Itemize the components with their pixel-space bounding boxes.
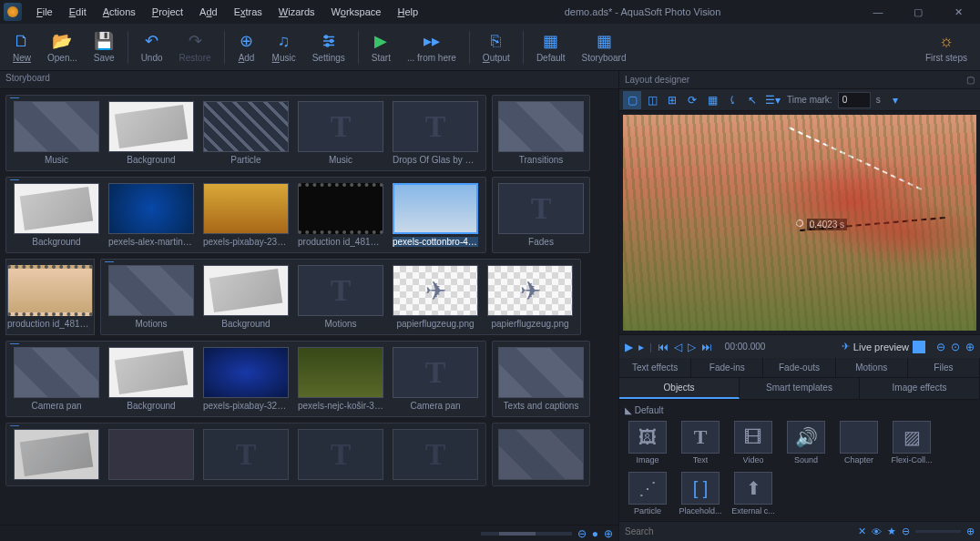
tab-fadeins[interactable]: Fade-ins: [691, 358, 763, 377]
restore-button[interactable]: ↷Restore: [172, 26, 219, 69]
storyboard-group[interactable]: T T T: [5, 423, 486, 486]
storyboard-item[interactable]: T: [391, 429, 480, 480]
storyboard-item[interactable]: Motions: [107, 265, 196, 329]
storyboard-item[interactable]: production id_481187...: [296, 183, 385, 247]
storyboard-item[interactable]: pexels-nejc-košir-338...: [296, 347, 385, 411]
close-button[interactable]: ✕: [940, 1, 976, 23]
storyboard-item[interactable]: ✈papierflugzeug.png: [485, 265, 575, 329]
menu-add[interactable]: Add: [192, 3, 225, 21]
storyboard-item[interactable]: Camera pan: [12, 347, 101, 411]
menu-file[interactable]: File: [29, 3, 60, 21]
tab-fadeouts[interactable]: Fade-outs: [763, 358, 835, 377]
dot-icon[interactable]: ●: [592, 527, 598, 540]
storyboard-item[interactable]: Background: [107, 101, 196, 165]
storyboard-item[interactable]: pexels-cottonbro-497...: [391, 183, 480, 247]
ld-tool-shape[interactable]: ◫: [643, 91, 661, 109]
object-external[interactable]: ⬆External c...: [730, 472, 776, 515]
storyboard-item[interactable]: Background: [107, 347, 196, 411]
zoom-in-icon[interactable]: ⊕: [965, 341, 975, 353]
maximize-button[interactable]: ▢: [900, 1, 936, 23]
object-flexicoll[interactable]: ▨Flexi-Coll...: [889, 421, 934, 464]
storyboard-item[interactable]: Texts and captions: [492, 341, 590, 417]
storyboard-item[interactable]: production id_481186...: [5, 259, 95, 335]
storyboard-group[interactable]: Camera pan Background pexels-pixabay-326…: [5, 341, 486, 417]
storyboard-group[interactable]: Motions Background TMotions ✈papierflugz…: [100, 259, 581, 335]
save-button[interactable]: 💾Save: [87, 26, 122, 69]
menu-extras[interactable]: Extras: [227, 3, 270, 21]
ld-tool-arrow[interactable]: ↖: [743, 91, 761, 109]
zoom-out-icon[interactable]: ⊖: [577, 527, 587, 540]
default-button[interactable]: ▦Default: [529, 26, 573, 69]
storyboard-group[interactable]: Background pexels-alex-martin-11... pexe…: [5, 177, 486, 253]
ld-tool-list[interactable]: ☰▾: [763, 91, 781, 109]
storyboard-item[interactable]: T: [296, 429, 385, 480]
live-preview-toggle[interactable]: ✈Live preview: [842, 341, 925, 353]
storyboard-item[interactable]: pexels-pixabay-32605...: [201, 347, 291, 411]
ld-tool-rotate[interactable]: ⟳: [683, 91, 701, 109]
storyboard-item[interactable]: ✈papierflugzeug.png: [391, 265, 480, 329]
step-fwd-icon[interactable]: ▷: [688, 341, 696, 353]
storyboard-item[interactable]: Background: [201, 265, 291, 329]
timemark-input[interactable]: [838, 92, 871, 108]
tab-motions[interactable]: Motions: [836, 358, 908, 377]
zoom-in-icon[interactable]: ⊕: [966, 526, 975, 537]
tab-files[interactable]: Files: [908, 358, 980, 377]
minimize-button[interactable]: —: [860, 1, 896, 23]
storyboard-item[interactable]: TMusic: [296, 101, 385, 165]
star-icon[interactable]: ★: [887, 526, 896, 537]
tab-smarttemplates[interactable]: Smart templates: [740, 378, 860, 399]
storyboard-item[interactable]: Music: [12, 101, 101, 165]
storyboard-item[interactable]: T: [201, 429, 291, 480]
zoom-slider[interactable]: [915, 530, 961, 533]
new-button[interactable]: 🗋New: [5, 26, 38, 69]
storyboard-group[interactable]: Music Background Particle TMusic TDrops …: [5, 95, 486, 171]
ld-tool-align[interactable]: ▦: [703, 91, 721, 109]
ld-tool-grid[interactable]: ⊞: [663, 91, 681, 109]
zoom-out-icon[interactable]: ⊖: [902, 526, 910, 537]
storyboard-area[interactable]: Music Background Particle TMusic TDrops …: [0, 89, 618, 525]
zoom-out-icon[interactable]: ⊖: [936, 341, 945, 353]
skip-fwd-icon[interactable]: ⏭: [701, 341, 712, 353]
add-button[interactable]: ⊕Add: [230, 26, 263, 69]
storyboard-item[interactable]: TCamera pan: [391, 347, 480, 411]
zoom-in-icon[interactable]: ⊕: [604, 527, 613, 540]
storyboard-item[interactable]: TDrops Of Glas by Musi...: [391, 101, 480, 165]
fromhere-button[interactable]: ▸▸... from here: [400, 26, 464, 69]
storyboard-button[interactable]: ▦Storyboard: [575, 26, 634, 69]
play-icon[interactable]: ▶: [625, 341, 633, 353]
object-text[interactable]: TText: [678, 421, 723, 464]
storyboard-item[interactable]: TFades: [492, 177, 590, 253]
storyboard-item[interactable]: TMotions: [296, 265, 385, 329]
storyboard-item[interactable]: pexels-alex-martin-11...: [107, 183, 196, 247]
start-button[interactable]: ▶Start: [364, 26, 398, 69]
firststeps-button[interactable]: ☼First steps: [918, 26, 975, 69]
menu-project[interactable]: Project: [145, 3, 190, 21]
storyboard-item[interactable]: [492, 423, 590, 486]
zoom-slider[interactable]: [481, 532, 572, 536]
ld-tool-curve[interactable]: ⤹: [723, 91, 741, 109]
preview-canvas[interactable]: 0.4023 s: [623, 115, 976, 331]
ld-tool-select[interactable]: ▢: [623, 91, 641, 109]
timemark-dropdown[interactable]: ▾: [886, 91, 904, 109]
object-particle[interactable]: ⋰Particle: [625, 472, 670, 515]
tab-imageeffects[interactable]: Image effects: [860, 378, 980, 399]
output-button[interactable]: ⎘Output: [475, 26, 517, 69]
storyboard-item[interactable]: [12, 429, 101, 480]
object-image[interactable]: 🖼Image: [625, 421, 670, 464]
settings-button[interactable]: Settings: [305, 26, 352, 69]
tab-objects[interactable]: Objects: [619, 378, 740, 399]
eye-icon[interactable]: 👁: [872, 526, 882, 537]
zoom-fit-icon[interactable]: ⊙: [951, 341, 960, 353]
search-input[interactable]: [625, 526, 852, 536]
menu-actions[interactable]: Actions: [96, 3, 143, 21]
object-placeholder[interactable]: [ ]Placehold...: [678, 472, 723, 515]
storyboard-item[interactable]: Background: [12, 183, 101, 247]
menu-help[interactable]: Help: [390, 3, 425, 21]
menu-workspace[interactable]: Workspace: [324, 3, 389, 21]
anchor-icon[interactable]: [796, 219, 803, 227]
music-button[interactable]: ♫Music: [265, 26, 303, 69]
skip-back-icon[interactable]: ⏮: [658, 341, 669, 353]
step-back-icon[interactable]: ◁: [674, 341, 682, 353]
storyboard-item[interactable]: [107, 429, 196, 480]
panel-collapse-icon[interactable]: ▢: [966, 75, 975, 85]
